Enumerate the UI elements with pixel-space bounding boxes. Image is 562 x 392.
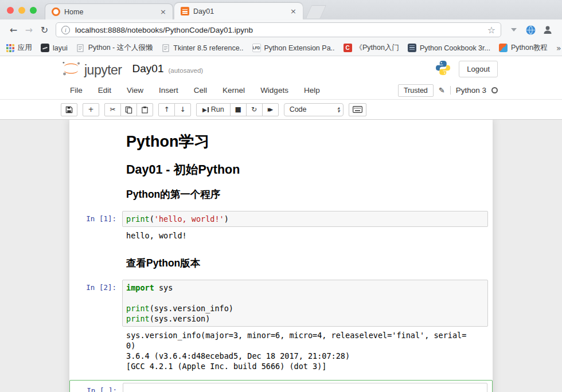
close-window-button[interactable] [7, 7, 14, 14]
tab-close-icon[interactable]: × [289, 7, 298, 15]
separator [450, 86, 451, 95]
tab-title: Day01 [193, 7, 285, 15]
globe-icon[interactable] [524, 23, 537, 37]
restart-kernel-button[interactable]: ↻ [246, 103, 263, 116]
command-palette-button[interactable] [349, 103, 366, 116]
logout-button[interactable]: Logout [459, 61, 498, 77]
dropdown-triangle-icon[interactable] [511, 28, 517, 32]
cell-type-value: Code [290, 105, 307, 113]
trusted-badge[interactable]: Trusted [398, 84, 434, 97]
restart-run-all-button[interactable]: ▶▶ [262, 103, 279, 116]
tab-title: Home [64, 8, 155, 16]
menu-kernel[interactable]: Kernel [223, 86, 245, 95]
page-info-icon[interactable]: i [61, 26, 70, 34]
bookmark-label: Tkinter 8.5 reference.. [173, 44, 243, 52]
back-button[interactable]: ← [6, 22, 21, 38]
minimize-window-button[interactable] [18, 7, 25, 14]
paste-cell-button[interactable] [136, 103, 153, 116]
book-icon [408, 44, 416, 52]
checkpoint-status: (autosaved) [168, 64, 203, 74]
forward-button[interactable]: → [21, 22, 37, 38]
move-cell-up-button[interactable]: ↑ [158, 103, 175, 116]
cell-type-select[interactable]: Code ▲▼ [284, 103, 344, 116]
tab-close-icon[interactable]: × [159, 7, 167, 16]
step-bar-icon [208, 107, 209, 112]
kernel-name: Python 3 [456, 86, 486, 95]
bookmark-label: Python Cookbook 3r... [420, 44, 490, 52]
code-input[interactable] [123, 383, 487, 392]
page-icon [76, 44, 85, 52]
prompt-spacer [69, 257, 122, 274]
code-cell-1: In [1]: print('hello, world!') hello, wo… [69, 208, 493, 247]
run-button[interactable]: ▶ Run [196, 103, 231, 116]
browser-window: Home × Day01 × ← → ↻ i localhost:8888/no… [0, 0, 562, 392]
move-cell-down-button[interactable]: ↓ [174, 103, 191, 116]
bookmarks-bar: 应用 layui Python - 这个人很懒 Tkinter 8.5 refe… [0, 40, 562, 56]
interrupt-kernel-button[interactable]: ■ [230, 103, 247, 116]
notebook-favicon-icon [181, 7, 189, 15]
bookmark-star-icon[interactable]: ☆ [487, 25, 495, 36]
feather-icon [499, 44, 508, 52]
bookmark-python-blog[interactable]: Python - 这个人很懒 [76, 43, 153, 53]
reload-button[interactable]: ↻ [37, 22, 52, 38]
menu-file[interactable]: File [70, 86, 83, 95]
jupyter-logo[interactable]: jupyter [61, 60, 122, 77]
bookmark-layui[interactable]: layui [41, 44, 68, 52]
menu-help[interactable]: Help [304, 86, 320, 95]
menu-insert[interactable]: Insert [159, 86, 178, 95]
bookmark-python-intro[interactable]: C 《Python入门 [344, 43, 399, 53]
new-tab-button[interactable] [306, 5, 326, 18]
notebook-title[interactable]: Day01 [132, 62, 164, 75]
menu-view[interactable]: View [127, 86, 143, 95]
input-prompt: In [ ]: [70, 383, 123, 392]
output-prompt-spacer [69, 227, 122, 244]
navigation-bar: ← → ↻ i localhost:8888/notebooks/PythonC… [0, 19, 562, 40]
notebook-area: Python学习 Day01 - 初始Python Python的第一个程序 I… [0, 119, 562, 392]
cell-output: hello, world! [122, 227, 488, 244]
bookmark-label: 应用 [18, 43, 32, 53]
input-prompt: In [1]: [69, 211, 122, 227]
copy-cell-button[interactable] [120, 103, 137, 116]
add-cell-button[interactable]: + [83, 103, 99, 116]
menu-cell[interactable]: Cell [194, 86, 207, 95]
floppy-icon [65, 106, 73, 113]
bookmark-apps[interactable]: 应用 [6, 43, 32, 53]
bookmark-python-cookbook[interactable]: Python Cookbook 3r... [408, 44, 490, 52]
zoom-window-button[interactable] [30, 7, 37, 14]
bookmarks-overflow-button[interactable]: » [556, 44, 561, 53]
page-icon [161, 44, 170, 52]
markdown-cell-title[interactable]: Python学习 [69, 124, 493, 160]
jupyter-planet-icon [61, 60, 81, 77]
address-bar[interactable]: i localhost:8888/notebooks/PythonCode/Da… [56, 22, 501, 37]
menu-edit[interactable]: Edit [98, 86, 111, 95]
empty-code-cell[interactable]: In [ ]: [69, 380, 493, 392]
run-label: Run [211, 105, 224, 113]
kernel-indicator-area: Trusted ✎ Python 3 [398, 84, 498, 97]
prompt-spacer [69, 163, 122, 182]
markdown-cell-first-program[interactable]: Python的第一个程序 [69, 185, 493, 208]
bookmark-label: Python Extension Pa.. [264, 44, 335, 52]
layui-icon [41, 44, 49, 52]
bookmark-label: layui [53, 44, 68, 52]
save-button[interactable] [61, 103, 77, 116]
bookmark-python-tutorial[interactable]: Python教程 [499, 43, 548, 53]
apps-grid-icon [6, 44, 14, 52]
tab-home[interactable]: Home × [45, 3, 173, 19]
code-cell-2: In [2]: import sys print(sys.version_inf… [69, 277, 493, 378]
input-prompt: In [2]: [69, 280, 122, 327]
tab-day01[interactable]: Day01 × [174, 3, 303, 19]
cell-output: sys.version_info(major=3, minor=6, micro… [122, 327, 488, 375]
bookmark-tkinter[interactable]: Tkinter 8.5 reference.. [161, 44, 243, 52]
markdown-cell-day[interactable]: Day01 - 初始Python [69, 160, 493, 185]
notebook-heading-1: Python学习 [126, 133, 488, 150]
play-icon: ▶ [202, 107, 207, 113]
code-input[interactable]: import sys print(sys.version_info) print… [122, 280, 488, 327]
bookmark-python-extension[interactable]: LFD Python Extension Pa.. [252, 44, 335, 52]
code-input[interactable]: print('hello, world!') [122, 211, 488, 227]
markdown-cell-version[interactable]: 查看Python版本 [69, 247, 493, 277]
menu-widgets[interactable]: Widgets [260, 86, 288, 95]
url-text: localhost:8888/notebooks/PythonCode/Day0… [75, 26, 482, 34]
tab-list: Home × Day01 × [45, 3, 323, 19]
profile-icon[interactable] [541, 23, 555, 37]
cut-cell-button[interactable]: ✂ [104, 103, 121, 116]
